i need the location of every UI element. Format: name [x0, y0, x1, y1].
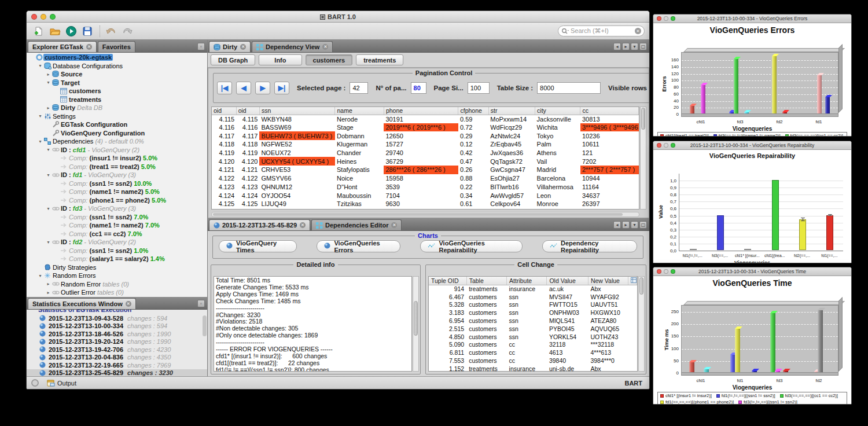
treatments-table-button[interactable]: treatments — [356, 54, 403, 65]
cell-change-cell[interactable]: 5.328 — [429, 301, 466, 309]
tab-list-dropdown-icon[interactable]: ▾ — [631, 221, 638, 229]
scroll-tabs-right-icon[interactable]: ▸ — [622, 43, 630, 50]
column-header[interactable]: Old Value — [547, 277, 588, 285]
table-cell[interactable]: 10944 — [580, 174, 639, 183]
tree-item[interactable]: ▾ID : fd3 - VioGenQuery (3) — [27, 204, 207, 213]
table-row[interactable]: 4.1254.125LIJUQ49Tzitzikas96300.61Celkpo… — [212, 200, 639, 208]
chart-window-titlebar[interactable]: 2015-12-23T13-10-00-334 - VioGenQueries … — [653, 267, 851, 276]
table-cell[interactable]: 0.12 — [458, 140, 488, 149]
page-size-field[interactable]: 100 — [468, 82, 490, 94]
cell-change-cell[interactable]: 6.811 — [429, 348, 466, 357]
statistics-item[interactable]: 2015-12-23T13-19-42-706changes : 4230 — [27, 346, 207, 354]
tree-item[interactable]: ▸Outlier Error tables (0) — [27, 288, 207, 297]
collapse-icon[interactable]: ▾ — [45, 147, 52, 152]
cell-change-cell[interactable]: cc — [507, 341, 547, 349]
table-cell[interactable]: 4.115 — [212, 115, 236, 123]
table-cell[interactable]: OYJOO54 — [259, 191, 335, 200]
cell-change-cell[interactable]: MIQLS41 — [547, 317, 588, 325]
cell-change-cell[interactable]: WYAFG92 — [588, 293, 628, 301]
table-cell[interactable]: 4.117 — [212, 131, 236, 140]
table-cell[interactable]: NGFWE52 — [259, 140, 335, 149]
table-cell[interactable]: 0.59 — [458, 115, 488, 123]
table-cell[interactable]: 4.116 — [212, 123, 236, 132]
table-cell[interactable]: Amb — [535, 208, 580, 210]
expand-icon[interactable]: ▸ — [45, 281, 52, 287]
cell-change-row[interactable]: 7.553customerscc398403984***0 — [429, 357, 637, 365]
column-header[interactable]: oid — [236, 107, 259, 115]
table-cell[interactable]: 4.122 — [236, 174, 259, 183]
cell-change-cell[interactable]: customers — [466, 301, 506, 309]
chart-bar[interactable] — [735, 329, 740, 372]
table-cell[interactable]: Palm — [535, 140, 580, 149]
table-cell[interactable]: 4.123 — [212, 183, 236, 192]
table-cell[interactable]: Jacksonville — [535, 115, 580, 123]
table-cell[interactable]: AzNtwlc24 — [488, 131, 535, 140]
statistics-item[interactable]: 2015-12-23T13-18-46-526changes : 1990 — [27, 330, 207, 338]
table-row[interactable]: 4.1234.123QHNUM12D''Hont35390.22BITlwrb1… — [212, 183, 639, 192]
table-cell[interactable]: Stafylopatis — [335, 166, 384, 174]
table-cell[interactable]: QqTagsk72 — [488, 157, 535, 166]
dependency-repairability-button[interactable]: Dependency Repairability — [542, 240, 637, 252]
cell-change-cell[interactable]: 4***613 — [588, 348, 628, 357]
search-input[interactable]: Search (⌘+I) ✕ — [558, 25, 645, 36]
table-cell[interactable]: 2***757 ( 2***757 ) — [580, 166, 639, 174]
collapse-icon[interactable]: ▾ — [37, 139, 43, 144]
table-cell[interactable]: 4.119 — [212, 149, 236, 157]
customers-table-button[interactable]: customers — [306, 54, 353, 65]
cell-change-cell[interactable]: ***32118 — [588, 341, 628, 349]
tree-item[interactable]: ▾Target — [27, 79, 207, 87]
cell-change-cell[interactable]: Abx — [588, 285, 628, 293]
table-cell[interactable]: 121 — [580, 149, 639, 157]
table-row[interactable]: 4.1154.115WKBYN48Nerode301910.59MoPxxwm1… — [212, 115, 639, 123]
table-cell[interactable]: 36729 — [384, 157, 458, 166]
tree-item[interactable]: Comp: (ssn1 != ssn2) 1.0% — [27, 247, 207, 255]
cell-change-cell[interactable]: insurance — [507, 285, 547, 293]
viogenqueries-repairability-button[interactable]: VioGenQueries Repairability — [420, 240, 522, 252]
tab-dirty[interactable]: Dirty✕ — [209, 41, 251, 52]
table-cell[interactable]: Vail — [535, 157, 580, 166]
tab-favorites[interactable]: Favorites — [98, 41, 135, 52]
table-cell[interactable]: 3***9496 ( 3***9496 ) — [580, 123, 639, 132]
chart-window-titlebar[interactable]: 2015-12-23T13-10-00-334 - VioGenQueries … — [653, 14, 851, 23]
tab-dependency-view[interactable]: Dependency View✕ — [252, 41, 333, 52]
table-cell[interactable]: 3539 — [384, 183, 458, 192]
tree-item[interactable]: EGTask Configuration — [27, 120, 207, 129]
table-cell[interactable]: WKBYN48 — [259, 115, 335, 123]
table-cell[interactable]: AwWvgld57 — [488, 191, 535, 200]
expand-icon[interactable]: ▸ — [45, 72, 52, 77]
run-button[interactable] — [64, 24, 79, 38]
tree-item[interactable]: ▾Settings — [27, 112, 207, 121]
expand-icon[interactable]: ▸ — [45, 290, 52, 295]
tree-item[interactable]: ▾ID : fd2 - VioGenQuery (2) — [27, 238, 207, 247]
chart-bar[interactable] — [689, 362, 694, 372]
tree-item[interactable]: ▾Database Configurations — [27, 62, 207, 71]
table-cell[interactable]: WU7177 — [259, 208, 335, 210]
column-header[interactable]: Attribute — [507, 277, 547, 285]
table-cell[interactable]: 4.121 — [212, 166, 236, 174]
table-row[interactable]: 4.1244.124OYJOO54Mauboussin71040.34AwWvg… — [212, 191, 639, 200]
chart-bar[interactable] — [704, 369, 709, 372]
chart-bar[interactable] — [690, 249, 697, 250]
table-cell[interactable]: NOEUX72 — [259, 149, 335, 157]
cell-change-cell[interactable]: cc — [507, 357, 547, 365]
tree-item[interactable]: Comp: (ssn1 != ssn2) 7.0% — [27, 213, 207, 222]
chart-bar[interactable] — [734, 59, 738, 113]
column-header[interactable]: str — [488, 107, 535, 115]
table-cell[interactable]: 26397 — [580, 200, 639, 208]
close-tab-icon[interactable]: ✕ — [240, 44, 246, 50]
viogenquery-times-button[interactable]: VioGenQuery Times — [219, 240, 297, 252]
table-cell[interactable]: 0.47 — [458, 157, 488, 166]
cell-change-cell[interactable]: cc — [507, 348, 547, 357]
collapse-icon[interactable]: ▾ — [45, 240, 52, 245]
table-row[interactable]: 4.1214.121CRHVE53Stafylopatis286***26 ( … — [212, 166, 639, 174]
info-button[interactable]: Info — [259, 54, 301, 65]
chart-bar[interactable] — [690, 106, 694, 113]
tree-item[interactable]: treatments — [27, 96, 207, 104]
cell-change-cell[interactable]: treatments — [466, 365, 506, 372]
tree-item[interactable]: ▾ID : cfd1 - VioGenQuery (2) — [27, 146, 207, 155]
table-cell[interactable]: 34637 — [580, 191, 639, 200]
table-row[interactable]: 4.1264.126WU7177Ol136280.53VdWnbn72Amb20… — [212, 208, 639, 210]
cell-change-cell[interactable]: 32118 — [547, 341, 588, 349]
table-row[interactable]: 4.1174.117BUEHW73 ( BUEHW73 )Dobmann1265… — [212, 131, 639, 140]
chart-bar[interactable] — [799, 219, 806, 250]
